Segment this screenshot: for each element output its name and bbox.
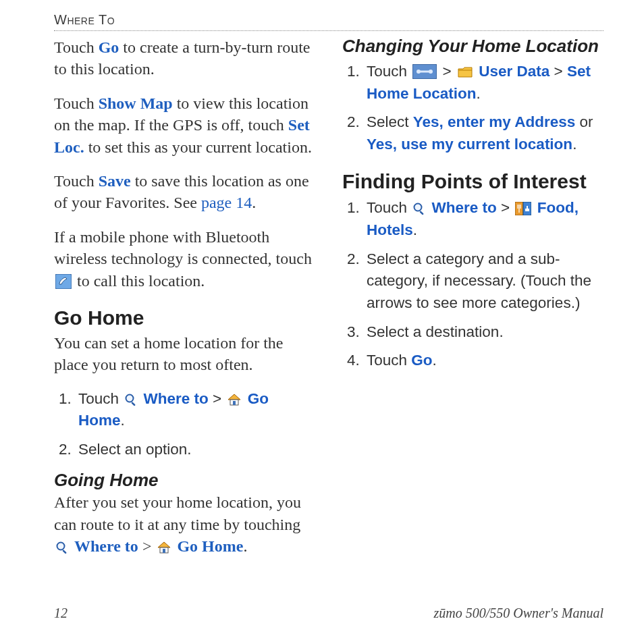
page: Where To Touch Go to create a turn-by-tu… [0,0,644,644]
step-2: Select an option. [76,439,315,461]
steps-poi: Touch Where to > [342,197,603,371]
step-2: Select a category and a sub-category, if… [364,248,603,315]
text: If a mobile phone with Bluetooth wireles… [54,228,312,267]
svg-marker-3 [228,394,240,400]
text: to set this as your current location. [84,138,312,156]
svg-point-1 [126,394,134,402]
page-number: 12 [54,606,68,621]
magnifier-icon [124,393,138,406]
text: . [121,412,125,429]
para-going-home: After you set your home location, you ca… [54,491,315,557]
svg-marker-8 [158,542,170,547]
text: . [433,352,437,369]
heading-going-home: Going Home [54,471,315,491]
left-column: Touch Go to create a turn-by-turn route … [54,36,315,570]
heading-go-home: Go Home [54,306,315,329]
link-go[interactable]: Go [99,38,119,56]
text: Touch [78,390,123,407]
link-where-to[interactable]: Where to [74,537,138,555]
footer: 12 zūmo 500/550 Owner's Manual [54,606,603,621]
heading-poi: Finding Points of Interest [342,170,603,193]
text: . [252,194,256,211]
link-page-14[interactable]: page 14 [201,194,252,211]
text: > [443,63,456,80]
folder-icon [457,65,473,79]
svg-rect-2 [131,402,136,406]
magnifier-icon [412,202,426,215]
link-where-to[interactable]: Where to [432,199,497,216]
heading-change-home: Changing Your Home Location [342,36,603,57]
para-go-home-body: You can set a home location for the plac… [54,332,315,376]
link-user-data[interactable]: User Data [479,63,549,80]
text: . [413,221,417,238]
home-icon [157,541,171,554]
food-hotel-icon [515,202,531,215]
para-bluetooth: If a mobile phone with Bluetooth wireles… [54,226,315,292]
doc-title: zūmo 500/550 Owner's Manual [433,606,603,621]
wrench-icon [412,64,437,79]
step-1: Touch > [364,61,603,105]
text: > [549,63,567,80]
link-show-map[interactable]: Show Map [99,95,173,112]
link-where-to[interactable]: Where to [144,390,209,407]
para-showmap: Touch Show Map to view this location on … [54,92,315,158]
svg-point-6 [57,543,65,550]
text: Touch [367,63,411,80]
text: Select [367,113,413,130]
text: or [575,113,593,130]
text: Touch [54,38,99,56]
link-yes-current-location[interactable]: Yes, use my current location [367,136,572,153]
steps-go-home: Touch Where to > [54,388,315,461]
step-1: Touch Where to > [76,388,315,432]
text: . [572,136,576,153]
text: Touch [54,95,99,112]
text: . [243,537,247,555]
svg-rect-10 [163,549,165,553]
text: to call this location. [77,272,205,290]
home-icon [227,393,242,406]
svg-rect-7 [62,549,67,554]
link-go-home[interactable]: Go Home [177,537,243,555]
phone-icon [55,274,72,289]
text: > [497,199,514,216]
text: After you set your home location, you ca… [54,493,301,533]
magnifier-icon [55,541,69,554]
svg-point-12 [417,70,421,74]
para-go: Touch Go to create a turn-by-turn route … [54,36,315,80]
link-yes-enter-address[interactable]: Yes, enter my Address [413,113,576,130]
svg-point-13 [429,70,433,74]
text: Touch [54,172,99,190]
text: > [209,390,226,407]
running-head: Where To [54,12,603,31]
step-3: Select a destination. [364,321,603,344]
text: Touch [367,352,411,369]
right-column: Changing Your Home Location Touch > [342,36,603,570]
step-1: Touch Where to > [364,197,603,241]
svg-rect-5 [233,401,236,405]
step-2: Select Yes, enter my Address or Yes, use… [364,111,603,155]
svg-point-14 [414,204,422,211]
text: . [477,85,481,102]
text: > [138,537,156,555]
step-4: Touch Go. [364,350,603,372]
link-save[interactable]: Save [99,172,131,190]
link-go[interactable]: Go [411,352,432,369]
svg-rect-19 [527,206,528,209]
steps-change-home: Touch > [342,61,603,156]
svg-rect-18 [525,209,529,211]
para-save: Touch Save to save this location as one … [54,170,315,214]
svg-rect-15 [419,211,424,215]
text: Touch [367,199,411,216]
columns: Touch Go to create a turn-by-turn route … [54,36,603,570]
